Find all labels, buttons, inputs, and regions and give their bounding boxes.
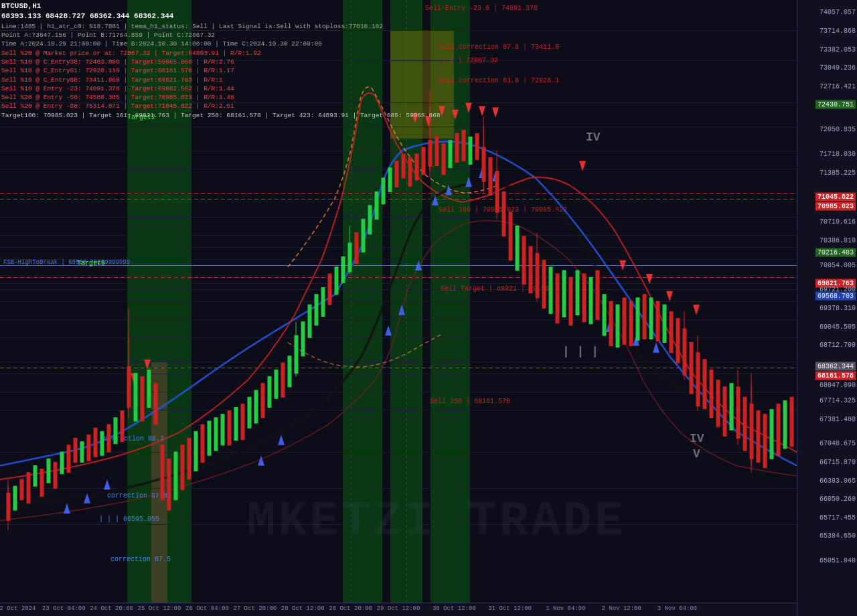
time-27oct-20: 27 Oct 20:00 — [233, 605, 277, 612]
svg-rect-109 — [495, 171, 499, 212]
svg-rect-113 — [516, 226, 519, 271]
price-69568: 69568.703 — [815, 291, 856, 300]
svg-rect-33 — [20, 479, 23, 500]
label-target0: Target0 — [77, 260, 105, 267]
price-68161: 68161.578 — [815, 372, 856, 380]
svg-rect-74 — [288, 356, 291, 387]
price-65717: 65717.455 — [820, 514, 856, 521]
svg-marker-26 — [492, 171, 499, 181]
price-70386: 70386.810 — [820, 236, 856, 244]
svg-rect-124 — [582, 274, 586, 322]
svg-rect-80 — [321, 288, 325, 317]
price-66715: 66715.870 — [820, 459, 856, 466]
price-70985: 70985.023 — [815, 202, 856, 211]
svg-rect-39 — [60, 452, 64, 474]
svg-rect-106 — [482, 147, 485, 181]
svg-rect-108 — [489, 157, 492, 195]
price-67381: 67381.480 — [820, 415, 856, 422]
svg-rect-129 — [616, 305, 619, 347]
svg-rect-43 — [87, 435, 90, 461]
svg-rect-112 — [509, 212, 512, 260]
svg-rect-68 — [248, 397, 251, 428]
price-72430: 72430.751 — [815, 100, 856, 109]
fsb-line — [0, 265, 797, 266]
target-line-70985 — [0, 199, 797, 200]
svg-marker-17 — [258, 455, 264, 465]
svg-rect-157 — [777, 404, 780, 455]
svg-rect-152 — [750, 404, 753, 459]
price-70216: 70216.483 — [815, 248, 856, 257]
chart-container: BTCUSD,H1 68393.133 68428.727 68362.344 … — [0, 0, 857, 616]
svg-marker-13 — [693, 305, 700, 315]
price-66050: 66050.260 — [820, 495, 856, 503]
svg-rect-35 — [33, 465, 37, 486]
svg-marker-27 — [606, 322, 613, 332]
svg-marker-12 — [666, 291, 673, 301]
time-31oct-12: 31 Oct 12:00 — [488, 605, 532, 612]
time-22oct: 22 Oct 2024 — [0, 605, 36, 612]
svg-marker-9 — [579, 161, 586, 171]
svg-rect-128 — [609, 301, 613, 345]
time-28oct-12: 28 Oct 12:00 — [281, 605, 325, 612]
time-24oct-20: 24 Oct 20:00 — [90, 605, 133, 612]
svg-rect-135 — [656, 301, 659, 341]
svg-rect-46 — [107, 425, 110, 452]
price-71718: 71718.030 — [820, 151, 856, 158]
time-23oct-04: 23 Oct 04:00 — [42, 605, 86, 612]
svg-rect-60 — [194, 431, 198, 471]
svg-rect-151 — [743, 397, 747, 451]
svg-marker-7 — [479, 106, 485, 117]
price-69045: 69045.505 — [820, 323, 856, 330]
svg-marker-14 — [64, 504, 70, 514]
svg-rect-158 — [783, 400, 787, 449]
svg-rect-149 — [736, 387, 740, 439]
price-74057: 74057.057 — [820, 9, 856, 16]
time-3nov-04: 3 Nov 04:00 — [657, 605, 697, 612]
price-current: 68362.344 — [815, 362, 856, 371]
svg-rect-64 — [221, 414, 224, 445]
price-73714: 73714.868 — [820, 27, 856, 35]
svg-rect-145 — [710, 370, 713, 418]
svg-marker-29 — [653, 342, 659, 352]
svg-rect-137 — [670, 311, 673, 352]
svg-rect-148 — [730, 384, 733, 431]
svg-rect-139 — [683, 329, 686, 376]
svg-rect-136 — [663, 305, 666, 342]
price-70054: 70054.005 — [820, 261, 856, 268]
main-chart: MKETZI TRADE — [0, 0, 797, 603]
price-65051: 65051.848 — [820, 557, 856, 564]
svg-marker-8 — [492, 108, 499, 118]
svg-rect-63 — [214, 418, 218, 451]
svg-marker-15 — [84, 493, 90, 503]
v-line-2 — [406, 0, 407, 603]
svg-rect-40 — [67, 445, 70, 473]
svg-rect-138 — [676, 319, 680, 363]
svg-marker-18 — [278, 435, 285, 445]
svg-rect-125 — [589, 277, 593, 324]
svg-rect-41 — [74, 439, 77, 463]
price-73382: 73382.053 — [820, 46, 856, 53]
price-69378: 69378.310 — [820, 305, 856, 312]
time-26oct-04: 26 Oct 04:00 — [185, 605, 229, 612]
time-2nov-12: 2 Nov 12:00 — [601, 605, 641, 612]
price-70719: 70719.616 — [820, 218, 856, 226]
svg-rect-147 — [723, 387, 726, 437]
svg-rect-126 — [596, 271, 599, 320]
time-29oct-12: 29 Oct 12:00 — [377, 605, 420, 612]
price-71385: 71385.225 — [820, 169, 856, 176]
svg-rect-146 — [716, 380, 720, 427]
svg-rect-38 — [54, 462, 57, 488]
roman-4-lower: IV — [690, 432, 704, 445]
price-72716: 72716.421 — [820, 82, 856, 90]
price-72050: 72050.835 — [820, 126, 856, 133]
svg-rect-134 — [649, 298, 653, 339]
v-line-1 — [351, 0, 352, 603]
price-scale: 74057.057 73714.868 73382.053 73049.236 … — [797, 0, 857, 616]
price-65384: 65384.650 — [820, 532, 856, 540]
svg-rect-66 — [234, 408, 238, 441]
price-68712: 68712.700 — [820, 341, 856, 349]
svg-rect-155 — [763, 414, 767, 468]
svg-rect-116 — [536, 253, 539, 297]
svg-rect-159 — [790, 397, 793, 447]
target-line-68161 — [0, 368, 797, 368]
